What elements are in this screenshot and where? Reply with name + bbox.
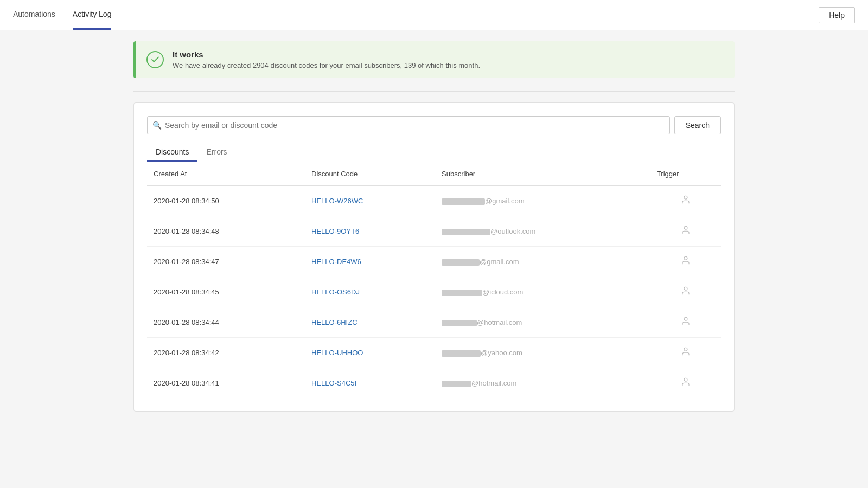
tab-discounts[interactable]: Discounts xyxy=(147,143,197,162)
search-row: 🔍 Search xyxy=(147,116,721,134)
discount-code-link[interactable]: HELLO-9OYT6 xyxy=(311,227,359,235)
subscriber-domain: @icloud.com xyxy=(482,288,523,296)
col-subscriber: Subscriber xyxy=(435,162,650,186)
person-icon xyxy=(681,256,691,267)
svg-point-5 xyxy=(684,348,687,351)
help-button[interactable]: Help xyxy=(819,7,855,23)
search-input-wrap: 🔍 xyxy=(147,116,670,134)
col-discount-code: Discount Code xyxy=(305,162,435,186)
person-icon xyxy=(681,378,691,389)
person-icon xyxy=(681,348,691,358)
discount-code-link[interactable]: HELLO-DE4W6 xyxy=(311,258,361,266)
cell-trigger xyxy=(650,368,721,399)
cell-created-at: 2020-01-28 08:34:50 xyxy=(147,186,305,216)
banner-title: It works xyxy=(173,50,480,59)
person-icon xyxy=(681,317,691,328)
search-button[interactable]: Search xyxy=(674,116,721,134)
cell-discount-code: HELLO-OS6DJ xyxy=(305,277,435,307)
table-row: 2020-01-28 08:34:44HELLO-6HIZCxxxxxxxxxx… xyxy=(147,307,721,338)
cell-trigger xyxy=(650,216,721,247)
cell-created-at: 2020-01-28 08:34:48 xyxy=(147,216,305,247)
discount-code-link[interactable]: HELLO-OS6DJ xyxy=(311,288,360,296)
cell-subscriber: xxxxxxxxxx@yahoo.com xyxy=(435,338,650,368)
table-row: 2020-01-28 08:34:50HELLO-W26WCxxxxxxxxxx… xyxy=(147,186,721,216)
table-row: 2020-01-28 08:34:42HELLO-UHHOOxxxxxxxxxx… xyxy=(147,338,721,368)
success-banner: It works We have already created 2904 di… xyxy=(133,41,735,78)
cell-subscriber: xxxxxxxxxx@gmail.com xyxy=(435,247,650,277)
nav-links: Automations Activity Log xyxy=(13,0,111,30)
cell-discount-code: HELLO-DE4W6 xyxy=(305,247,435,277)
cell-created-at: 2020-01-28 08:34:41 xyxy=(147,368,305,399)
subscriber-domain: @hotmail.com xyxy=(477,318,522,326)
cell-subscriber: xxxxxxxxxx@outlook.com xyxy=(435,216,650,247)
nav-automations[interactable]: Automations xyxy=(13,0,55,30)
svg-point-6 xyxy=(684,378,687,381)
top-nav: Automations Activity Log Help xyxy=(0,0,868,30)
svg-point-2 xyxy=(684,256,687,260)
table-row: 2020-01-28 08:34:45HELLO-OS6DJxxxxxxxxxx… xyxy=(147,277,721,307)
table-row: 2020-01-28 08:34:47HELLO-DE4W6xxxxxxxxxx… xyxy=(147,247,721,277)
discounts-table: Created At Discount Code Subscriber Trig… xyxy=(147,162,721,398)
svg-point-0 xyxy=(684,196,687,199)
table-row: 2020-01-28 08:34:48HELLO-9OYT6xxxxxxxxxx… xyxy=(147,216,721,247)
subscriber-domain: @hotmail.com xyxy=(471,379,516,387)
success-icon xyxy=(146,51,164,68)
success-text: It works We have already created 2904 di… xyxy=(173,50,480,69)
cell-created-at: 2020-01-28 08:34:45 xyxy=(147,277,305,307)
cell-discount-code: HELLO-UHHOO xyxy=(305,338,435,368)
cell-subscriber: xxxxxxxxxx@gmail.com xyxy=(435,186,650,216)
search-input[interactable] xyxy=(147,116,670,134)
discount-code-link[interactable]: HELLO-S4C5I xyxy=(311,379,356,387)
cell-subscriber: xxxxxxxxxx@icloud.com xyxy=(435,277,650,307)
cell-discount-code: HELLO-6HIZC xyxy=(305,307,435,338)
svg-point-1 xyxy=(684,226,687,229)
person-icon xyxy=(681,287,691,298)
cell-created-at: 2020-01-28 08:34:42 xyxy=(147,338,305,368)
svg-point-3 xyxy=(684,287,687,290)
table-row: 2020-01-28 08:34:41HELLO-S4C5Ixxxxxxxxxx… xyxy=(147,368,721,399)
cell-trigger xyxy=(650,247,721,277)
nav-activity-log[interactable]: Activity Log xyxy=(73,0,112,30)
subscriber-domain: @yahoo.com xyxy=(481,349,522,357)
cell-discount-code: HELLO-S4C5I xyxy=(305,368,435,399)
subscriber-domain: @gmail.com xyxy=(485,197,524,205)
search-icon: 🔍 xyxy=(152,121,162,130)
discount-code-link[interactable]: HELLO-UHHOO xyxy=(311,349,363,357)
subscriber-domain: @gmail.com xyxy=(480,258,519,266)
col-trigger: Trigger xyxy=(650,162,721,186)
col-created-at: Created At xyxy=(147,162,305,186)
cell-discount-code: HELLO-W26WC xyxy=(305,186,435,216)
cell-subscriber: xxxxxxxxxx@hotmail.com xyxy=(435,307,650,338)
cell-created-at: 2020-01-28 08:34:44 xyxy=(147,307,305,338)
tabs: Discounts Errors xyxy=(147,143,721,162)
divider xyxy=(133,91,735,92)
cell-trigger xyxy=(650,186,721,216)
cell-trigger xyxy=(650,338,721,368)
main-content: It works We have already created 2904 di… xyxy=(125,30,743,422)
svg-point-4 xyxy=(684,317,687,320)
cell-discount-code: HELLO-9OYT6 xyxy=(305,216,435,247)
discount-code-link[interactable]: HELLO-6HIZC xyxy=(311,318,358,326)
discount-code-link[interactable]: HELLO-W26WC xyxy=(311,197,363,205)
person-icon xyxy=(681,196,691,207)
person-icon xyxy=(681,226,691,237)
cell-trigger xyxy=(650,277,721,307)
subscriber-domain: @outlook.com xyxy=(490,227,535,235)
activity-card: 🔍 Search Discounts Errors Created At Dis… xyxy=(133,102,735,412)
tab-errors[interactable]: Errors xyxy=(197,143,235,162)
cell-created-at: 2020-01-28 08:34:47 xyxy=(147,247,305,277)
cell-trigger xyxy=(650,307,721,338)
banner-message: We have already created 2904 discount co… xyxy=(173,61,480,69)
cell-subscriber: xxxxxxxxxx@hotmail.com xyxy=(435,368,650,399)
